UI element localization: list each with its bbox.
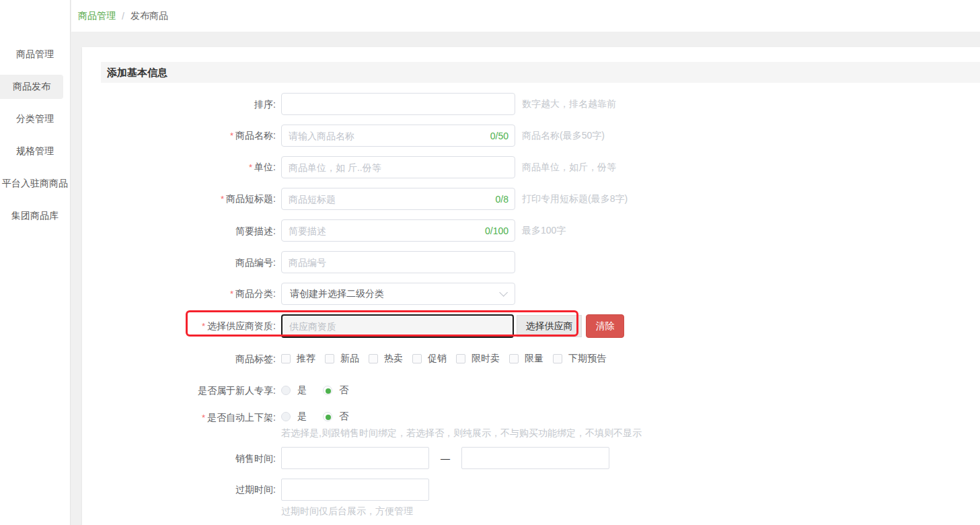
auto-shelf-label: 是否自动上下架: — [101, 411, 276, 425]
sidebar-item-spec-management[interactable]: 规格管理 — [0, 139, 70, 164]
unit-label: 单位: — [101, 160, 276, 174]
product-name-input[interactable] — [281, 125, 515, 147]
row-unit: 单位: 商品单位，如斤，份等 — [101, 156, 980, 178]
product-code-label: 商品编号: — [101, 256, 276, 269]
expire-time-label: 过期时间: — [101, 479, 276, 501]
auto-shelf-radio-no[interactable]: 否 — [323, 411, 348, 423]
row-category: 商品分类: 请创建并选择二级分类 — [101, 283, 980, 305]
tag-label: 限时卖 — [472, 353, 500, 365]
tag-checkbox-promotion[interactable]: 促销 — [412, 353, 447, 365]
radio-unchecked-icon — [281, 412, 291, 421]
category-select[interactable]: 请创建并选择二级分类 — [281, 283, 515, 305]
sidebar-item-category-management[interactable]: 分类管理 — [0, 107, 70, 131]
product-tags-checkbox-group: 推荐 新品 热卖 促销 限时卖 — [281, 353, 615, 365]
product-name-counter: 0/50 — [487, 131, 508, 141]
auto-shelf-radio-group: 是 否 — [281, 411, 642, 423]
tag-checkbox-limited[interactable]: 限量 — [509, 353, 543, 365]
expire-time-input[interactable] — [281, 479, 429, 501]
product-tags-label: 商品标签: — [101, 352, 276, 365]
radio-unchecked-icon — [281, 386, 291, 395]
brief-description-input[interactable] — [281, 219, 515, 242]
row-supplier-qualification: 选择供应商资质: 选择供应商 清除 — [101, 314, 980, 338]
tag-label: 下期预告 — [568, 353, 606, 365]
product-name-hint: 商品名称(最多50字) — [522, 130, 605, 142]
product-name-input-wrap: 0/50 — [281, 125, 515, 147]
radio-checked-icon — [323, 412, 332, 421]
clear-supplier-button[interactable]: 清除 — [586, 314, 624, 338]
sidebar-item-platform-merchant-products[interactable]: 平台入驻商商品 — [0, 172, 70, 196]
row-product-code: 商品编号: — [101, 251, 980, 273]
checkbox-icon — [369, 354, 378, 363]
category-label: 商品分类: — [101, 287, 276, 301]
tag-label: 新品 — [340, 353, 359, 365]
sort-input[interactable] — [281, 93, 515, 115]
tag-checkbox-flash-sale[interactable]: 限时卖 — [456, 353, 500, 365]
auto-shelf-radio-yes[interactable]: 是 — [281, 411, 307, 423]
row-product-name: 商品名称: 0/50 商品名称(最多50字) — [101, 125, 980, 147]
auto-shelf-hint: 若选择是,则跟销售时间绑定，若选择否，则纯展示，不与购买功能绑定，不填则不显示 — [281, 427, 642, 440]
unit-input[interactable] — [281, 156, 515, 178]
unit-hint: 商品单位，如斤，份等 — [522, 162, 616, 174]
tag-label: 推荐 — [297, 353, 315, 365]
product-form: 排序: 数字越大，排名越靠前 商品名称: 0/50 商品名称(最多50字) 单位… — [101, 83, 980, 518]
row-newcomer-exclusive: 是否属于新人专享: 是 否 — [101, 379, 980, 401]
brief-description-input-wrap: 0/100 — [281, 219, 515, 242]
sale-time-start-input[interactable] — [281, 447, 429, 469]
breadcrumb-separator: / — [122, 11, 124, 22]
checkbox-icon — [509, 354, 519, 363]
newcomer-exclusive-label: 是否属于新人专享: — [101, 384, 276, 397]
sidebar-item-product-management[interactable]: 商品管理 — [0, 42, 70, 67]
date-range-separator: — — [441, 453, 450, 464]
topbar: 商品管理 / 发布商品 — [71, 0, 980, 32]
sort-label: 排序: — [101, 98, 276, 111]
sidebar-item-group-product-library[interactable]: 集团商品库 — [0, 204, 70, 228]
row-auto-shelf: 是否自动上下架: 是 否 若选择是,则跟销售时间绑定，若选择否，则纯展示，不与购… — [101, 411, 980, 440]
section-title: 添加基本信息 — [101, 62, 980, 83]
tag-checkbox-hot[interactable]: 热卖 — [369, 353, 403, 365]
select-supplier-button[interactable]: 选择供应商 — [517, 315, 582, 337]
tag-checkbox-new[interactable]: 新品 — [325, 353, 359, 365]
category-select-value: 请创建并选择二级分类 — [290, 288, 384, 300]
tag-checkbox-recommend[interactable]: 推荐 — [281, 353, 315, 365]
expire-time-stack: 过期时间仅后台展示，方便管理 — [281, 479, 429, 518]
content-card: 添加基本信息 排序: 数字越大，排名越靠前 商品名称: 0/50 商品名称(最多… — [82, 47, 980, 525]
sale-time-end-input[interactable] — [461, 447, 609, 469]
short-title-input-wrap: 0/8 — [281, 188, 515, 210]
radio-label: 否 — [339, 384, 348, 396]
tag-checkbox-next-preview[interactable]: 下期预告 — [553, 353, 606, 365]
radio-label: 是 — [297, 384, 307, 396]
radio-label: 是 — [297, 411, 307, 423]
row-sale-time: 销售时间: — — [101, 447, 980, 469]
tag-label: 限量 — [525, 353, 543, 365]
row-short-title: 商品短标题: 0/8 打印专用短标题(最多8字) — [101, 188, 980, 210]
sidebar-item-product-publish[interactable]: 商品发布 — [0, 75, 63, 99]
row-sort: 排序: 数字越大，排名越靠前 — [101, 93, 980, 115]
checkbox-icon — [456, 354, 465, 363]
supplier-qualification-input[interactable] — [281, 314, 514, 338]
sidebar: 商品管理 商品发布 分类管理 规格管理 平台入驻商商品 集团商品库 — [0, 0, 71, 525]
expire-time-hint: 过期时间仅后台展示，方便管理 — [281, 505, 429, 518]
short-title-input[interactable] — [281, 188, 515, 210]
brief-description-label: 简要描述: — [101, 224, 276, 238]
row-product-tags: 商品标签: 推荐 新品 热卖 促销 — [101, 347, 980, 370]
radio-label: 否 — [339, 411, 348, 423]
newcomer-radio-no[interactable]: 否 — [323, 384, 348, 396]
newcomer-radio-yes[interactable]: 是 — [281, 384, 307, 396]
auto-shelf-stack: 是 否 若选择是,则跟销售时间绑定，若选择否，则纯展示，不与购买功能绑定，不填则… — [276, 411, 642, 440]
short-title-hint: 打印专用短标题(最多8字) — [522, 193, 628, 205]
checkbox-icon — [325, 354, 334, 363]
tag-label: 热卖 — [384, 353, 403, 365]
sale-time-label: 销售时间: — [101, 452, 276, 465]
short-title-label: 商品短标题: — [101, 192, 276, 206]
row-brief-description: 简要描述: 0/100 最多100字 — [101, 219, 980, 242]
product-name-label: 商品名称: — [101, 129, 276, 143]
checkbox-icon — [281, 354, 291, 363]
radio-checked-icon — [323, 386, 332, 395]
product-code-input[interactable] — [281, 251, 515, 273]
checkbox-icon — [553, 354, 562, 363]
supplier-qualification-label: 选择供应商资质: — [101, 319, 276, 333]
brief-description-hint: 最多100字 — [522, 225, 566, 237]
brief-description-counter: 0/100 — [482, 225, 508, 236]
breadcrumb-section-link[interactable]: 商品管理 — [78, 10, 116, 22]
newcomer-radio-group: 是 否 — [281, 384, 365, 396]
